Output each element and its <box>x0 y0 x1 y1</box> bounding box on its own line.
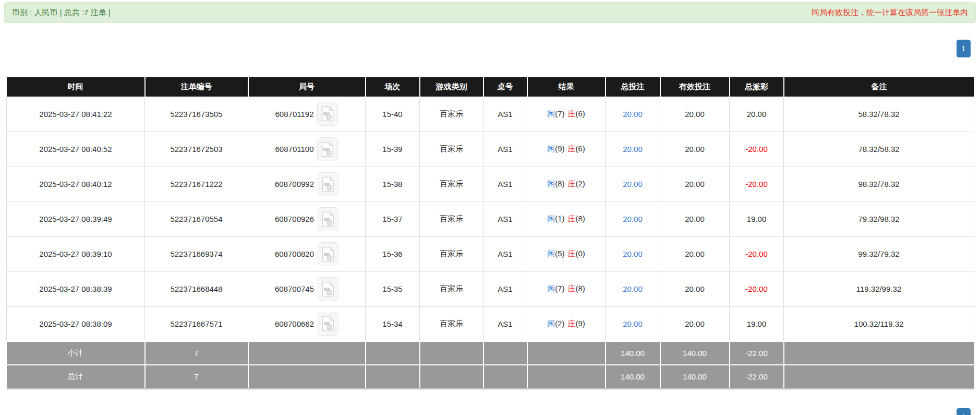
valid-bet-cell: 20.00 <box>660 271 730 306</box>
total-bet-link[interactable]: 20.00 <box>623 319 643 328</box>
round-id-text: 608700745 <box>275 284 314 293</box>
time-cell: 2025-03-27 08:39:49 <box>7 201 145 236</box>
header-table-no: 桌号 <box>483 77 527 97</box>
round-id-cell: 608700926 <box>248 201 366 236</box>
total-bet-link[interactable]: 20.00 <box>623 110 643 118</box>
payout-cell: 19.00 <box>730 201 784 236</box>
result-cell: 闲(7)庄(8) <box>527 271 606 306</box>
header-bet-id: 注单编号 <box>145 77 248 97</box>
video-playback-button[interactable] <box>317 102 338 126</box>
remark-cell: 58.32/78.32 <box>784 97 974 132</box>
video-playback-button[interactable] <box>317 137 338 161</box>
game-type-cell: 百家乐 <box>420 167 483 201</box>
table-header-row: 时间 注单编号 局号 场次 游戏类别 桌号 结果 总投注 有效投注 总派彩 备注 <box>7 77 974 97</box>
table-row: 2025-03-27 08:40:12 522371671222 6087009… <box>7 167 974 201</box>
round-id-text: 608701192 <box>275 110 314 118</box>
header-remark: 备注 <box>784 77 974 97</box>
result-cell: 闲(5)庄(0) <box>527 236 606 271</box>
table-row: 2025-03-27 08:40:52 522371672503 6087011… <box>7 132 974 167</box>
video-file-icon <box>322 176 334 192</box>
time-cell: 2025-03-27 08:39:10 <box>7 236 145 271</box>
result-player-score: (1) <box>555 214 564 223</box>
time-cell: 2025-03-27 08:38:09 <box>7 306 145 341</box>
result-player-label: 闲 <box>547 319 555 328</box>
valid-bet-cell: 20.00 <box>660 132 730 167</box>
total-bet-link[interactable]: 20.00 <box>623 145 643 153</box>
valid-bet-cell: 20.00 <box>660 201 730 236</box>
total-payout: -22.00 <box>730 365 784 388</box>
subtotal-count: 7 <box>145 341 248 365</box>
bet-id-cell: 522371671222 <box>145 167 248 201</box>
payout-cell: -20.00 <box>730 167 784 201</box>
video-file-icon <box>322 211 334 227</box>
remark-cell: 79.32/98.32 <box>784 201 974 236</box>
result-banker-label: 庄 <box>568 144 576 153</box>
result-banker-score: (6) <box>576 144 585 153</box>
result-player-score: (7) <box>555 284 564 293</box>
pagination-page-1-top[interactable]: 1 <box>957 40 971 57</box>
game-type-cell: 百家乐 <box>420 132 483 167</box>
result-banker-label: 庄 <box>568 109 576 118</box>
bet-id-cell: 522371668448 <box>145 271 248 306</box>
pagination-page-1-bottom[interactable]: 1 <box>957 408 971 415</box>
payout-cell: -20.00 <box>730 271 784 306</box>
subtotal-payout: -22.00 <box>730 341 784 365</box>
video-playback-button[interactable] <box>318 277 338 301</box>
table-row: 2025-03-27 08:39:49 522371670554 6087009… <box>7 201 974 236</box>
result-player-score: (2) <box>555 319 564 328</box>
header-game-type: 游戏类别 <box>420 77 483 97</box>
session-cell: 15-37 <box>366 201 420 236</box>
remark-cell: 119.32/99.32 <box>784 271 974 306</box>
table-body: 2025-03-27 08:41:22 522371673505 6087011… <box>7 97 974 341</box>
result-banker-score: (2) <box>576 179 585 188</box>
time-cell: 2025-03-27 08:40:52 <box>7 132 145 167</box>
header-total-bet: 总投注 <box>606 77 660 97</box>
time-cell: 2025-03-27 08:40:12 <box>7 167 145 201</box>
subtotal-row: 小计 7 140.00 140.00 -22.00 <box>7 341 974 365</box>
video-playback-button[interactable] <box>318 172 338 196</box>
total-label: 总计 <box>7 365 145 388</box>
table-no-cell: AS1 <box>483 97 527 132</box>
table-no-cell: AS1 <box>483 201 527 236</box>
header-result: 结果 <box>527 77 606 97</box>
time-cell: 2025-03-27 08:38:39 <box>7 271 145 306</box>
result-banker-label: 庄 <box>568 179 576 188</box>
total-bet-link[interactable]: 20.00 <box>623 284 643 293</box>
table-no-cell: AS1 <box>483 306 527 341</box>
header-valid-bet: 有效投注 <box>660 77 730 97</box>
video-file-icon <box>322 281 334 297</box>
round-id-text: 608700926 <box>275 215 314 223</box>
result-banker-label: 庄 <box>568 249 576 258</box>
video-playback-button[interactable] <box>318 207 338 231</box>
time-cell: 2025-03-27 08:41:22 <box>7 97 145 132</box>
subtotal-valid-bet: 140.00 <box>660 341 730 365</box>
bet-id-cell: 522371672503 <box>145 132 248 167</box>
video-playback-button[interactable] <box>318 242 338 266</box>
result-cell: 闲(8)庄(2) <box>527 167 606 201</box>
video-playback-button[interactable] <box>318 312 338 336</box>
round-id-cell: 608700745 <box>248 271 366 306</box>
game-type-cell: 百家乐 <box>420 236 483 271</box>
total-bet-link[interactable]: 20.00 <box>623 250 643 258</box>
table-no-cell: AS1 <box>483 271 527 306</box>
valid-bet-cell: 20.00 <box>660 167 730 201</box>
total-bet-link[interactable]: 20.00 <box>623 180 643 188</box>
round-id-text: 608701100 <box>275 145 314 153</box>
valid-bet-cell: 20.00 <box>660 236 730 271</box>
game-type-cell: 百家乐 <box>420 271 483 306</box>
table-no-cell: AS1 <box>483 167 527 201</box>
video-file-icon <box>321 141 334 157</box>
total-bet-cell: 20.00 <box>606 132 660 167</box>
total-bet-cell: 20.00 <box>606 97 660 132</box>
result-player-label: 闲 <box>547 249 555 258</box>
round-id-text: 608700662 <box>275 319 314 328</box>
total-bet-cell: 20.00 <box>606 271 660 306</box>
result-cell: 闲(2)庄(9) <box>527 306 606 341</box>
notice-bar: 币别 : 人民币 | 总共 :7 注单 | 同局有效投注，统一计算在该局第一张注… <box>4 2 976 23</box>
result-cell: 闲(1)庄(8) <box>527 201 606 236</box>
subtotal-label: 小计 <box>7 341 145 365</box>
total-bet-link[interactable]: 20.00 <box>623 215 643 223</box>
video-file-icon <box>322 246 334 262</box>
session-cell: 15-38 <box>366 167 420 201</box>
bet-id-cell: 522371669374 <box>145 236 248 271</box>
